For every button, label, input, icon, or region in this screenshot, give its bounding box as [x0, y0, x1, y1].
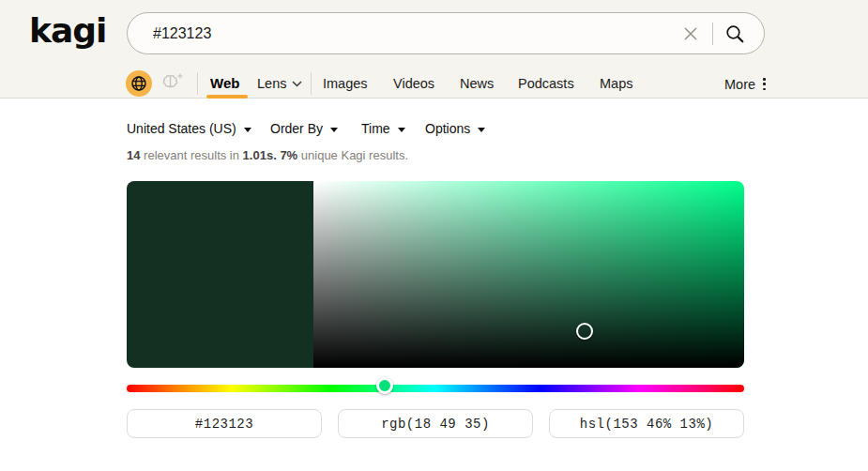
magnifier-icon [724, 23, 745, 44]
order-by-dropdown[interactable]: Order By [270, 121, 338, 136]
caret-down-icon [330, 128, 338, 132]
search-input[interactable] [153, 25, 677, 42]
chevron-down-icon [292, 81, 302, 87]
color-value-row: #123123 rgb(18 49 35) hsl(153 46% 13%) [127, 409, 744, 438]
active-tab-underline [206, 95, 248, 99]
rgb-value-box[interactable]: rgb(18 49 35) [338, 409, 533, 438]
options-label: Options [425, 121, 470, 136]
tab-news[interactable]: News [460, 76, 494, 91]
kebab-menu-icon [761, 76, 768, 92]
tab-podcasts-label: Podcasts [518, 76, 574, 91]
saturation-value-area[interactable] [313, 181, 744, 368]
clear-button[interactable] [677, 20, 705, 48]
header: kagi [0, 0, 868, 99]
search-bar-divider [712, 23, 713, 45]
time-label: Time [361, 121, 390, 136]
hsl-value-box[interactable]: hsl(153 46% 13%) [549, 409, 744, 438]
clear-x-icon [682, 25, 699, 42]
results-text: relevant results in [144, 148, 239, 162]
more-label: More [724, 77, 755, 92]
nav-divider [197, 72, 198, 95]
color-picker-widget [127, 181, 744, 368]
hue-slider[interactable] [127, 385, 744, 392]
search-bar [127, 12, 765, 54]
globe-icon [130, 75, 147, 92]
region-dropdown-label: United States (US) [127, 121, 236, 136]
tab-images[interactable]: Images [323, 76, 368, 91]
tab-lens-label: Lens [257, 76, 286, 91]
order-by-label: Order By [270, 121, 323, 136]
kagi-logo[interactable]: kagi [29, 11, 106, 50]
region-dropdown[interactable]: United States (US) [127, 121, 251, 136]
region-globe-button[interactable] [126, 70, 152, 97]
results-count: 14 [127, 148, 140, 162]
assistant-brain-icon [160, 72, 185, 93]
tab-maps[interactable]: Maps [600, 76, 632, 91]
kagi-search-page: kagi [0, 0, 868, 471]
nav-divider [311, 72, 312, 95]
options-dropdown[interactable]: Options [425, 121, 485, 136]
caret-down-icon [244, 128, 251, 132]
caret-down-icon [398, 128, 405, 132]
results-unique-pct: 7% [280, 148, 297, 162]
caret-down-icon [478, 128, 485, 132]
saturation-value-handle[interactable] [576, 323, 593, 340]
tab-maps-label: Maps [600, 76, 632, 91]
hex-value-box[interactable]: #123123 [127, 409, 322, 438]
tab-web-label: Web [210, 75, 239, 91]
tab-videos[interactable]: Videos [393, 76, 434, 91]
results-summary: 14 relevant results in 1.01s. 7% unique … [127, 148, 408, 162]
tab-images-label: Images [323, 76, 368, 91]
assistant-button[interactable] [160, 72, 185, 93]
hue-slider-handle[interactable] [376, 377, 393, 394]
tab-videos-label: Videos [393, 76, 434, 91]
tab-news-label: News [460, 76, 494, 91]
tab-web[interactable]: Web [210, 75, 239, 91]
time-dropdown[interactable]: Time [361, 121, 405, 136]
selected-color-swatch [127, 181, 313, 368]
results-time: 1.01s. [243, 148, 277, 162]
results-text: unique Kagi results. [301, 148, 408, 162]
tab-lens[interactable]: Lens [257, 76, 302, 91]
more-menu-button[interactable]: More [724, 76, 768, 92]
search-submit-button[interactable] [721, 20, 749, 48]
tab-podcasts[interactable]: Podcasts [518, 76, 574, 91]
